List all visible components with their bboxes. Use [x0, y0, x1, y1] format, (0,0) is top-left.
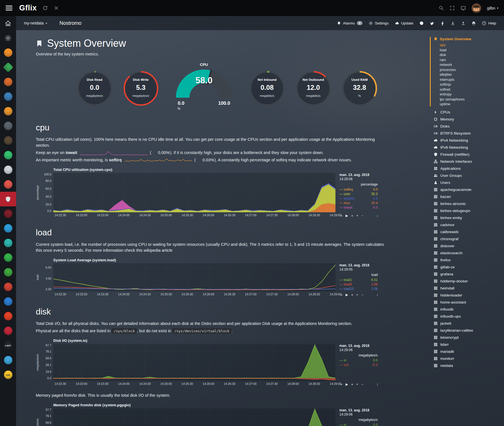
- app-search-orange-icon[interactable]: [0, 104, 16, 119]
- legend-load1[interactable]: — load16.51: [339, 278, 378, 282]
- chart-plot-area[interactable]: [53, 408, 335, 426]
- menu-subitem-ram[interactable]: ram: [440, 58, 502, 62]
- menu-subitem-disk[interactable]: disk: [440, 53, 502, 57]
- legend-load5[interactable]: — load52.68: [339, 282, 378, 287]
- menu-app-gitlab-ce[interactable]: gitlab-ce: [434, 265, 502, 270]
- gauge-disk-write[interactable]: Disk Write5.3megabytes/s: [123, 70, 159, 106]
- menu-item-memory[interactable]: Memory: [434, 117, 502, 122]
- chart-system-pgpgio[interactable]: Memory Paged from/to disk (system.pgpgio…: [36, 403, 378, 426]
- chart-resize-handle[interactable]: ↕: [377, 293, 379, 297]
- menu-item-user-groups[interactable]: User Groups: [434, 173, 502, 178]
- menu-app-netdata[interactable]: netdata: [434, 363, 502, 368]
- chart-system-cpu[interactable]: Total CPU utilization (system.cpu)percen…: [36, 168, 378, 218]
- gauge-cpu[interactable]: CPU58.00.0100.0%: [173, 63, 236, 111]
- app-orange-stack-icon[interactable]: [0, 75, 16, 89]
- nav-item-print[interactable]: [472, 21, 476, 25]
- legend-iowait[interactable]: — iowait0.0: [339, 205, 378, 210]
- app-red-green-icon[interactable]: [0, 280, 16, 294]
- menu-app-calibreweb[interactable]: calibreweb: [434, 229, 502, 235]
- menu-app-lidarr[interactable]: lidarr: [434, 342, 502, 347]
- nav-item-settings[interactable]: Settings: [369, 21, 389, 25]
- app-emby-icon[interactable]: [0, 265, 16, 280]
- chart-zoom-in-icon[interactable]: +: [356, 214, 358, 218]
- chart-play-icon[interactable]: ▶: [346, 382, 348, 386]
- menu-app-bazarr[interactable]: bazarr: [434, 194, 502, 199]
- menu-app-hddtemp-docker[interactable]: hddtemp-docker: [434, 279, 502, 284]
- nav-item-alarms[interactable]: Alarms2: [337, 21, 362, 25]
- settings-icon[interactable]: [0, 31, 16, 45]
- menu-app-influxdb-ups[interactable]: influxdb-ups: [434, 314, 502, 319]
- app-green-bolt-icon[interactable]: [0, 148, 16, 162]
- legend-softirq[interactable]: — softirq0.0: [339, 187, 378, 192]
- app-drop-icon[interactable]: [0, 353, 16, 367]
- menu-app-letsencrypt[interactable]: letsencrypt: [434, 335, 502, 340]
- nav-item-import[interactable]: [461, 21, 465, 25]
- home-icon[interactable]: [0, 16, 16, 31]
- app-gitlab-icon[interactable]: [0, 309, 16, 324]
- app-grey-circle-icon[interactable]: [0, 119, 16, 133]
- menu-app-chronograf[interactable]: chronograf: [434, 237, 502, 242]
- menu-subitem-idlejitter[interactable]: idlejitter: [440, 73, 502, 77]
- chart-zoom-in-icon[interactable]: +: [356, 382, 358, 386]
- nav-item-facebook[interactable]: [440, 21, 445, 25]
- chart-play-icon[interactable]: ▶: [346, 214, 348, 218]
- legend-user[interactable]: — user35.3: [339, 192, 378, 196]
- legend-out[interactable]: — out-5.3: [339, 363, 378, 367]
- chart-pan-right-icon[interactable]: »: [351, 382, 353, 386]
- nav-item-twitter[interactable]: [430, 21, 434, 25]
- nav-item-update[interactable]: Update: [395, 21, 414, 25]
- chart-zoom-in-icon[interactable]: +: [356, 293, 358, 297]
- menu-item-btrfs-filesystem[interactable]: BTRFS filesystem: [434, 131, 502, 136]
- avatar[interactable]: [472, 3, 481, 13]
- chart-pan-right-icon[interactable]: »: [351, 214, 353, 218]
- chart-resize-handle[interactable]: ↕: [377, 382, 379, 386]
- menu-item-ipv4-networking[interactable]: IPv4 Networking: [434, 138, 502, 143]
- menu-item-firewall-netfilter-[interactable]: Firewall (netfilter): [434, 152, 502, 157]
- chart-zoom-out-icon[interactable]: −: [361, 214, 363, 218]
- menu-subitem-network[interactable]: network: [440, 63, 502, 67]
- menu-app-mariadb[interactable]: mariadb: [434, 349, 502, 354]
- menu-item-network-interfaces[interactable]: Network Interfaces: [434, 159, 502, 164]
- legend-in[interactable]: — in0.0: [339, 423, 378, 426]
- menu-app-lazylibrarian-calibre[interactable]: lazylibrarian-calibre: [434, 328, 502, 333]
- app-green-u-icon[interactable]: [0, 250, 16, 265]
- chart-pan-right-icon[interactable]: »: [351, 293, 353, 297]
- gauge-used-ram[interactable]: Used RAM32.8%: [342, 70, 378, 106]
- app-green-diamond-icon[interactable]: [0, 60, 16, 75]
- menu-subitem-interrupts[interactable]: interrupts: [440, 78, 502, 82]
- menu-subitem-softnet[interactable]: softnet: [440, 88, 502, 92]
- menu-app-elasticsearch[interactable]: elasticsearch: [434, 251, 502, 256]
- search-icon[interactable]: [439, 5, 444, 11]
- close-icon[interactable]: [54, 5, 59, 11]
- app-shield-red-icon[interactable]: [0, 324, 16, 338]
- gauge-disk-read[interactable]: Disk Read0.0megabytes/s: [77, 70, 113, 106]
- nav-item-export[interactable]: [451, 21, 455, 25]
- menu-app-monitorr[interactable]: monitorr: [434, 356, 502, 361]
- menu-subitem-uptime[interactable]: uptime: [440, 102, 502, 106]
- server-dropdown[interactable]: my-netdata▾: [24, 21, 47, 25]
- nav-item-help[interactable]: ?Help: [482, 21, 496, 25]
- legend-load15[interactable]: — load152.06: [339, 287, 378, 291]
- menu-subitem-load[interactable]: load: [440, 48, 502, 52]
- menu-subitem-softirqs[interactable]: softirqs: [440, 82, 502, 87]
- menu-item-cpus[interactable]: CPUs: [434, 110, 502, 115]
- gauge-net-outbound[interactable]: Net Outbound12.0megabits/s: [295, 70, 331, 106]
- legend-in[interactable]: — in0.0: [339, 358, 378, 363]
- app-light-multi-icon[interactable]: [0, 162, 16, 177]
- menu-subitem-processes[interactable]: processes: [440, 68, 502, 72]
- menu-app-binhex-delugevpn[interactable]: binhex-delugevpn: [434, 208, 502, 213]
- refresh-icon[interactable]: [43, 5, 48, 11]
- chart-plot-area[interactable]: [53, 173, 335, 212]
- menu-app-grafana[interactable]: grafana: [434, 272, 502, 277]
- nav-item-github[interactable]: [419, 21, 424, 25]
- app-maroon-icon[interactable]: [0, 206, 16, 221]
- menu-item-applications[interactable]: Applications: [434, 166, 502, 171]
- menu-app-heimdall[interactable]: heimdall: [434, 286, 502, 291]
- chart-play-icon[interactable]: ▶: [346, 293, 348, 297]
- app-blue-window-icon[interactable]: [0, 294, 16, 309]
- chart-plot-area[interactable]: [53, 263, 335, 291]
- app-organizr-icon[interactable]: [0, 45, 16, 60]
- legend-nice[interactable]: — nice20.4: [339, 201, 378, 205]
- app-blue-audio-icon[interactable]: [0, 89, 16, 104]
- user-menu[interactable]: gilbn ▾: [487, 6, 498, 10]
